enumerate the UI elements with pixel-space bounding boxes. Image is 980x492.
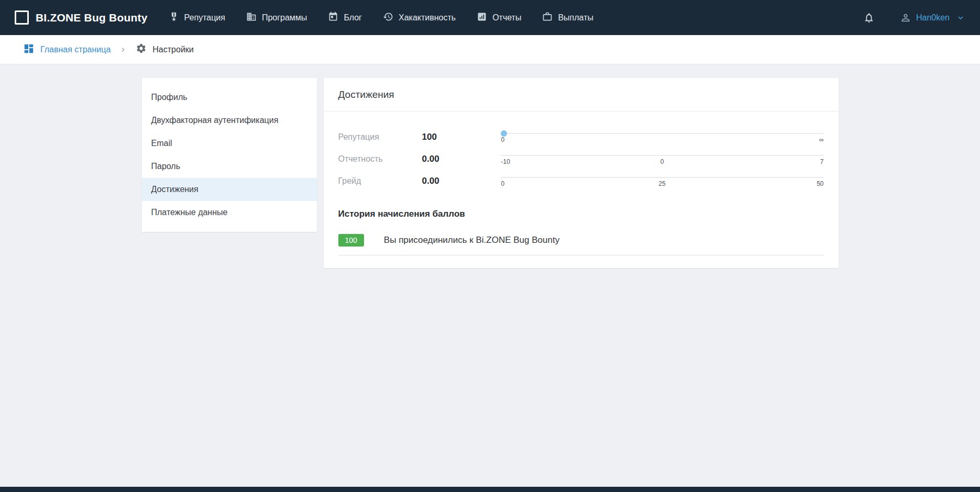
- main-nav: Репутация Программы Блог Хакактивность О…: [169, 12, 593, 24]
- menu-item-2fa[interactable]: Двухфакторная аутентификация: [142, 109, 317, 132]
- metric-scale: -10 0 7: [501, 152, 824, 166]
- scale-mid: 25: [658, 180, 665, 187]
- bar-chart-icon: [477, 12, 487, 24]
- metric-value: 0.00: [422, 154, 501, 164]
- menu-item-password[interactable]: Пароль: [142, 155, 317, 178]
- bizone-logo-icon: [15, 10, 29, 25]
- building-icon: [246, 12, 257, 24]
- menu-item-payment-details[interactable]: Платежные данные: [142, 201, 317, 224]
- username: Han0ken: [916, 13, 950, 23]
- dashboard-icon: [23, 43, 35, 57]
- history-title: История начисления баллов: [338, 209, 824, 219]
- breadcrumb-current: Настройки: [136, 43, 193, 56]
- menu-item-label: Двухфакторная аутентификация: [151, 116, 279, 125]
- nav-item-reputation[interactable]: Репутация: [169, 12, 225, 24]
- brand-title: BI.ZONE Bug Bounty: [36, 12, 148, 24]
- nav-item-programs[interactable]: Программы: [246, 12, 307, 24]
- menu-item-label: Email: [151, 139, 172, 148]
- calendar-icon: [328, 12, 338, 24]
- nav-item-label: Программы: [262, 13, 307, 23]
- bell-icon[interactable]: [863, 12, 875, 24]
- scale-track: [501, 177, 824, 178]
- user-menu[interactable]: Han0ken: [900, 12, 965, 24]
- panel-header: Достижения: [324, 78, 839, 111]
- scale-mid: 0: [660, 158, 664, 165]
- navbar-right: Han0ken: [863, 12, 965, 24]
- achievements-panel: Достижения Репутация 100 0 ∞ Отчетность …: [324, 78, 839, 268]
- menu-item-email[interactable]: Email: [142, 132, 317, 155]
- top-navbar: BI.ZONE Bug Bounty Репутация Программы Б…: [0, 0, 980, 35]
- gear-icon: [136, 43, 147, 56]
- scale-min: 0: [501, 136, 505, 143]
- scale-track: [501, 155, 824, 156]
- scale-max: 50: [817, 180, 823, 187]
- nav-item-blog[interactable]: Блог: [328, 12, 362, 24]
- metric-label: Грейд: [338, 176, 422, 186]
- menu-item-label: Пароль: [151, 162, 181, 171]
- nav-item-label: Выплаты: [558, 13, 593, 23]
- history-entry-text: Вы присоединились к Bi.ZONE Bug Bounty: [384, 235, 559, 245]
- scale-max: ∞: [819, 136, 824, 143]
- metric-row-grade: Грейд 0.00 0 25 50: [338, 173, 824, 189]
- breadcrumb-home[interactable]: Главная страница: [23, 43, 111, 57]
- nav-item-hackactivity[interactable]: Хакактивность: [383, 12, 456, 24]
- menu-item-achievements[interactable]: Достижения: [142, 178, 317, 201]
- panel-title: Достижения: [338, 89, 394, 100]
- chevron-down-icon: [956, 13, 965, 23]
- menu-item-label: Достижения: [151, 185, 199, 194]
- scale-max: 7: [820, 158, 824, 165]
- metric-value: 100: [422, 132, 501, 142]
- brand[interactable]: BI.ZONE Bug Bounty: [15, 10, 148, 25]
- panel-body: Репутация 100 0 ∞ Отчетность 0.00 -10 0: [324, 111, 839, 268]
- scale-min: 0: [501, 180, 505, 187]
- nav-item-label: Репутация: [184, 13, 225, 23]
- briefcase-icon: [542, 12, 553, 24]
- metric-scale: 0 ∞: [501, 130, 824, 144]
- nav-item-label: Отчеты: [492, 13, 521, 23]
- nav-item-payouts[interactable]: Выплаты: [542, 12, 593, 24]
- metric-row-reporting: Отчетность 0.00 -10 0 7: [338, 151, 824, 167]
- metric-value: 0.00: [422, 176, 501, 186]
- breadcrumb-current-label: Настройки: [152, 45, 193, 54]
- scale-track: [501, 133, 824, 134]
- main-content: Профиль Двухфакторная аутентификация Ema…: [142, 78, 839, 268]
- menu-item-profile[interactable]: Профиль: [142, 86, 317, 109]
- metric-row-reputation: Репутация 100 0 ∞: [338, 129, 824, 145]
- nav-item-reports[interactable]: Отчеты: [477, 12, 521, 24]
- points-badge: 100: [338, 234, 364, 247]
- scale-min: -10: [501, 158, 510, 165]
- history-entry: 100 Вы присоединились к Bi.ZONE Bug Boun…: [338, 234, 824, 255]
- menu-item-label: Профиль: [151, 93, 188, 102]
- metric-label: Отчетность: [338, 154, 422, 164]
- medal-icon: [169, 12, 179, 24]
- footer-bar: [0, 487, 980, 492]
- metric-scale: 0 25 50: [501, 174, 824, 188]
- nav-item-label: Блог: [344, 13, 362, 23]
- breadcrumb: Главная страница Настройки: [0, 35, 980, 64]
- metric-label: Репутация: [338, 132, 422, 142]
- menu-item-label: Платежные данные: [151, 208, 228, 217]
- user-icon: [900, 12, 911, 24]
- breadcrumb-home-label[interactable]: Главная страница: [40, 45, 111, 54]
- nav-item-label: Хакактивность: [399, 13, 456, 23]
- history-icon: [383, 12, 393, 24]
- settings-menu: Профиль Двухфакторная аутентификация Ema…: [142, 78, 317, 232]
- chevron-right-icon: [119, 46, 127, 54]
